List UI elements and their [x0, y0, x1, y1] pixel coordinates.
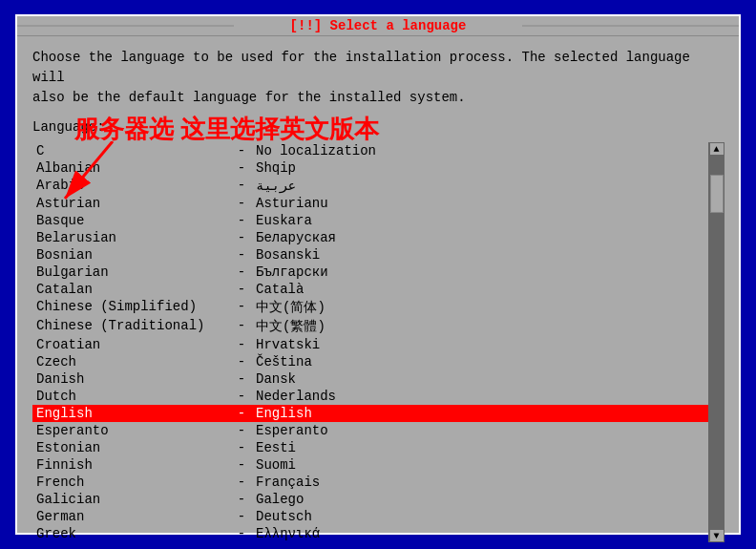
language-item[interactable]: Bosnian-Bosanski — [32, 246, 708, 264]
scroll-down-arrow[interactable]: ▼ — [709, 529, 724, 542]
language-separator: - — [227, 196, 256, 211]
language-native-name: Nederlands — [256, 389, 336, 404]
language-item[interactable]: Chinese (Traditional)-中文(繁體) — [32, 317, 708, 336]
language-separator: - — [227, 389, 256, 404]
language-item[interactable]: Galician-Galego — [32, 491, 708, 508]
language-separator: - — [227, 406, 256, 421]
language-name: Catalan — [36, 282, 227, 297]
language-item[interactable]: Esperanto-Esperanto — [32, 422, 708, 439]
language-item[interactable]: Belarusian-Беларуская — [32, 229, 708, 246]
language-item[interactable]: Albanian-Shqip — [32, 159, 708, 177]
language-native-name: Asturianu — [256, 196, 328, 211]
language-item[interactable]: Estonian-Eesti — [32, 439, 708, 456]
language-item[interactable]: C-No localization — [32, 142, 708, 159]
language-native-name: Français — [256, 475, 320, 490]
list-container: C-No localizationAlbanian-ShqipArabic-عر… — [32, 142, 724, 542]
description-line2: also be the default language for the ins… — [32, 88, 724, 108]
language-item[interactable]: Bulgarian-Български — [32, 264, 708, 281]
title-bar: [!!] Select a language — [17, 16, 739, 36]
language-native-name: Esperanto — [256, 423, 328, 438]
main-window: [!!] Select a language Choose the langua… — [15, 14, 741, 535]
language-separator: - — [227, 247, 256, 263]
language-native-name: Català — [256, 282, 304, 297]
language-separator: - — [227, 457, 256, 473]
language-separator: - — [227, 509, 256, 524]
language-separator: - — [227, 423, 256, 438]
language-name: Albanian — [36, 160, 227, 176]
language-native-name: Euskara — [256, 213, 312, 228]
language-separator: - — [227, 354, 256, 370]
language-separator: - — [227, 160, 256, 176]
language-separator: - — [227, 371, 256, 387]
language-name: Belarusian — [36, 230, 227, 245]
language-item[interactable]: Czech-Čeština — [32, 353, 708, 370]
language-name: Danish — [36, 371, 227, 387]
language-label: Language: — [32, 119, 724, 135]
language-separator: - — [227, 337, 256, 352]
language-item[interactable]: Greek-Ελληνικά — [32, 525, 708, 542]
language-native-name: Bosanski — [256, 247, 320, 263]
language-name: Dutch — [36, 389, 227, 404]
scrollbar[interactable]: ▲ ▼ — [708, 142, 724, 542]
language-native-name: عربية — [256, 178, 296, 194]
language-separator: - — [227, 475, 256, 490]
language-item[interactable]: French-Français — [32, 474, 708, 491]
language-item[interactable]: Dutch-Nederlands — [32, 388, 708, 405]
description: Choose the language to be used for the i… — [32, 48, 724, 108]
language-name: Greek — [36, 526, 227, 541]
language-item[interactable]: Catalan-Català — [32, 281, 708, 298]
language-name: Estonian — [36, 440, 227, 455]
language-name: C — [36, 143, 227, 158]
language-name: Chinese (Traditional) — [36, 318, 227, 335]
scroll-up-arrow[interactable]: ▲ — [709, 142, 724, 156]
language-native-name: Čeština — [256, 354, 312, 370]
language-item[interactable]: Finnish-Suomi — [32, 456, 708, 474]
language-separator: - — [227, 143, 256, 158]
language-native-name: 中文(繁體) — [256, 318, 326, 335]
language-item[interactable]: Asturian-Asturianu — [32, 195, 708, 212]
language-item[interactable]: German-Deutsch — [32, 508, 708, 525]
language-native-name: Deutsch — [256, 509, 312, 524]
description-line1: Choose the language to be used for the i… — [32, 48, 724, 88]
scroll-thumb[interactable] — [710, 175, 724, 213]
language-name: Croatian — [36, 337, 227, 352]
language-item[interactable]: Croatian-Hrvatski — [32, 336, 708, 353]
language-item[interactable]: Basque-Euskara — [32, 212, 708, 229]
language-name: Finnish — [36, 457, 227, 473]
language-name: Esperanto — [36, 423, 227, 438]
language-native-name: Български — [256, 264, 328, 280]
language-native-name: No localization — [256, 143, 376, 158]
language-name: Bulgarian — [36, 264, 227, 280]
language-separator: - — [227, 440, 256, 455]
language-native-name: Shqip — [256, 160, 296, 176]
language-name: French — [36, 475, 227, 490]
language-name: Arabic — [36, 178, 227, 194]
language-native-name: Suomi — [256, 457, 296, 473]
language-separator: - — [227, 282, 256, 297]
language-name: Galician — [36, 492, 227, 507]
language-name: German — [36, 509, 227, 524]
language-name: English — [36, 406, 227, 421]
language-native-name: Ελληνικά — [256, 526, 320, 541]
language-name: Bosnian — [36, 247, 227, 263]
language-separator: - — [227, 318, 256, 335]
language-item[interactable]: Danish-Dansk — [32, 370, 708, 388]
language-item[interactable]: Arabic-عربية — [32, 177, 708, 195]
language-native-name: Dansk — [256, 371, 296, 387]
language-native-name: Hrvatski — [256, 337, 320, 352]
language-item[interactable]: Chinese (Simplified)-中文(简体) — [32, 298, 708, 317]
scroll-track — [709, 156, 724, 529]
language-separator: - — [227, 299, 256, 316]
language-separator: - — [227, 526, 256, 541]
language-name: Basque — [36, 213, 227, 228]
language-name: Czech — [36, 354, 227, 370]
language-native-name: Eesti — [256, 440, 296, 455]
language-native-name: English — [256, 406, 312, 421]
language-native-name: 中文(简体) — [256, 299, 326, 316]
content-area: Choose the language to be used for the i… — [17, 36, 739, 549]
language-separator: - — [227, 213, 256, 228]
language-item[interactable]: English-English — [32, 405, 708, 422]
window-title: [!!] Select a language — [290, 18, 467, 33]
language-list[interactable]: C-No localizationAlbanian-ShqipArabic-عر… — [32, 142, 708, 542]
language-native-name: Беларуская — [256, 230, 336, 245]
